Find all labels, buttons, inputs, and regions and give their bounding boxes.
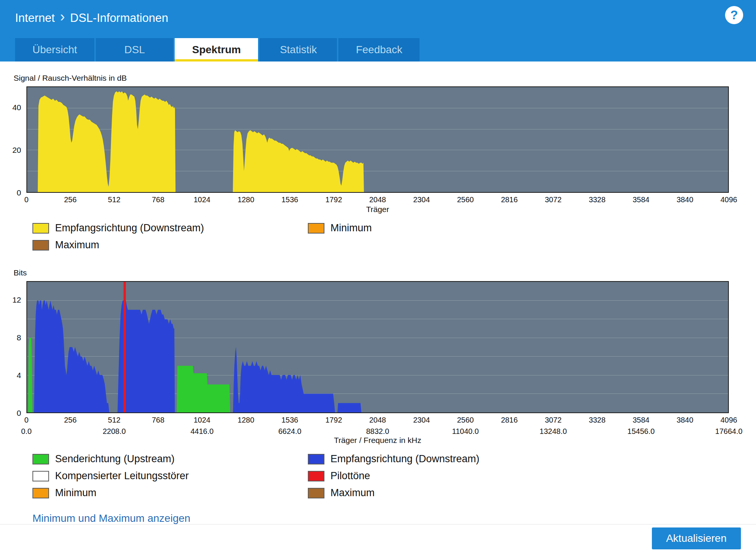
legend-item: Kompensierter Leitungsstörer xyxy=(32,470,308,482)
x-tick-label: 0 xyxy=(24,416,28,424)
legend-item: Maximum xyxy=(32,239,308,251)
x-tick-label: 3072 xyxy=(545,416,562,424)
bits-chart-svg xyxy=(27,282,728,412)
x-frequency-label: 15456.0 xyxy=(627,427,655,436)
bits-x-axis-frequency: 0.02208.04416.06624.08832.011040.013248.… xyxy=(26,424,729,435)
bits-legend: Senderichtung (Upstream)Empfangsrichtung… xyxy=(32,453,742,499)
x-frequency-label: 11040.0 xyxy=(452,427,479,436)
x-tick-label: 3328 xyxy=(589,195,606,204)
bits-y-axis: 04812 xyxy=(8,281,26,413)
tab-spektrum[interactable]: Spektrum xyxy=(175,38,258,62)
x-tick-label: 512 xyxy=(108,416,120,424)
y-tick-label: 4 xyxy=(17,371,21,380)
x-frequency-label: 4416.0 xyxy=(191,427,214,436)
legend-label: Maximum xyxy=(330,487,375,499)
x-frequency-label: 6624.0 xyxy=(278,427,301,436)
x-tick-label: 2560 xyxy=(457,416,474,424)
legend-swatch xyxy=(308,471,324,481)
x-tick-label: 1280 xyxy=(238,195,255,204)
tab-uebersicht[interactable]: Übersicht xyxy=(15,38,94,62)
x-tick-label: 3840 xyxy=(676,416,693,424)
snr-chart-svg xyxy=(27,87,728,192)
help-icon[interactable]: ? xyxy=(725,6,743,24)
legend-label: Empfangsrichtung (Downstream) xyxy=(330,453,479,465)
x-tick-label: 3072 xyxy=(545,195,562,204)
snr-plot-area xyxy=(26,86,729,193)
tab-bar: ÜbersichtDSLSpektrumStatistikFeedback xyxy=(15,38,419,62)
x-tick-label: 2304 xyxy=(413,416,430,424)
legend-item: Minimum xyxy=(308,222,742,234)
bits-chart-section: Bits 04812 02565127681024128015361792204… xyxy=(14,268,742,499)
x-frequency-label: 8832.0 xyxy=(366,427,389,436)
legend-label: Senderichtung (Upstream) xyxy=(55,453,175,465)
x-tick-label: 256 xyxy=(64,195,77,204)
x-tick-label: 3328 xyxy=(589,416,606,424)
tab-feedback[interactable]: Feedback xyxy=(338,38,419,62)
legend-swatch xyxy=(32,223,49,234)
breadcrumb: Internet › DSL-Informationen xyxy=(15,10,168,26)
chevron-right-icon: › xyxy=(60,9,65,25)
tab-statistik[interactable]: Statistik xyxy=(260,38,337,62)
snr-chart: 02040 0256512768102412801536179220482304… xyxy=(26,86,729,215)
legend-item: Minimum xyxy=(32,487,308,499)
y-tick-label: 40 xyxy=(12,103,21,112)
x-frequency-label: 0.0 xyxy=(21,427,32,436)
legend-item: Senderichtung (Upstream) xyxy=(32,453,308,465)
x-tick-label: 3840 xyxy=(676,195,693,204)
bits-chart: 04812 0256512768102412801536179220482304… xyxy=(26,281,729,446)
y-tick-label: 12 xyxy=(12,295,21,304)
snr-chart-title: Signal / Rausch-Verhältnis in dB xyxy=(14,74,742,83)
x-tick-label: 2560 xyxy=(457,195,474,204)
y-tick-label: 0 xyxy=(17,409,21,418)
x-tick-label: 768 xyxy=(152,195,164,204)
refresh-button[interactable]: Aktualisieren xyxy=(652,527,741,549)
x-tick-label: 768 xyxy=(152,416,164,424)
x-tick-label: 1536 xyxy=(281,195,298,204)
x-tick-label: 256 xyxy=(64,416,77,424)
bits-x-axis-title: Träger / Frequenz in kHz xyxy=(26,436,729,446)
legend-label: Pilottöne xyxy=(330,470,370,482)
x-tick-label: 0 xyxy=(24,195,28,204)
bits-plot-area xyxy=(26,281,729,413)
legend-swatch xyxy=(32,471,49,481)
snr-legend: Empfangsrichtung (Downstream)MinimumMaxi… xyxy=(32,222,742,251)
snr-x-axis-title: Träger xyxy=(26,205,729,215)
legend-label: Minimum xyxy=(330,222,372,234)
y-tick-label: 0 xyxy=(17,188,21,197)
snr-x-axis: 0256512768102412801536179220482304256028… xyxy=(26,193,729,204)
bits-chart-title: Bits xyxy=(14,268,742,277)
x-frequency-label: 13248.0 xyxy=(539,427,567,436)
footer: Aktualisieren xyxy=(0,524,756,552)
legend-swatch xyxy=(32,240,49,251)
legend-swatch xyxy=(308,454,324,464)
x-tick-label: 2816 xyxy=(501,195,518,204)
x-frequency-label: 2208.0 xyxy=(103,427,126,436)
legend-label: Empfangsrichtung (Downstream) xyxy=(55,222,204,234)
x-tick-label: 1024 xyxy=(194,416,211,424)
x-tick-label: 4096 xyxy=(721,416,738,424)
x-tick-label: 1280 xyxy=(238,416,255,424)
snr-chart-section: Signal / Rausch-Verhältnis in dB 02040 0… xyxy=(14,74,742,251)
x-tick-label: 3584 xyxy=(633,195,650,204)
breadcrumb-section[interactable]: Internet xyxy=(15,11,55,25)
x-tick-label: 1792 xyxy=(325,416,342,424)
x-tick-label: 2048 xyxy=(369,416,386,424)
content: Signal / Rausch-Verhältnis in dB 02040 0… xyxy=(0,74,756,524)
legend-swatch xyxy=(32,488,49,498)
y-tick-label: 20 xyxy=(12,146,21,155)
x-tick-label: 4096 xyxy=(721,195,738,204)
x-tick-label: 2048 xyxy=(369,195,386,204)
show-min-max-link[interactable]: Minimum und Maximum anzeigen xyxy=(32,512,191,524)
x-tick-label: 1792 xyxy=(325,195,342,204)
header: Internet › DSL-Informationen ? Übersicht… xyxy=(0,0,756,62)
legend-swatch xyxy=(308,223,324,234)
x-tick-label: 2304 xyxy=(413,195,430,204)
page-title: DSL-Informationen xyxy=(70,11,168,25)
series-downstream-snr xyxy=(38,91,364,192)
x-tick-label: 1536 xyxy=(281,416,298,424)
y-tick-label: 8 xyxy=(17,333,21,342)
snr-y-axis: 02040 xyxy=(8,86,26,193)
bits-x-axis: 0256512768102412801536179220482304256028… xyxy=(26,413,729,424)
x-tick-label: 512 xyxy=(108,195,120,204)
tab-dsl[interactable]: DSL xyxy=(96,38,173,62)
